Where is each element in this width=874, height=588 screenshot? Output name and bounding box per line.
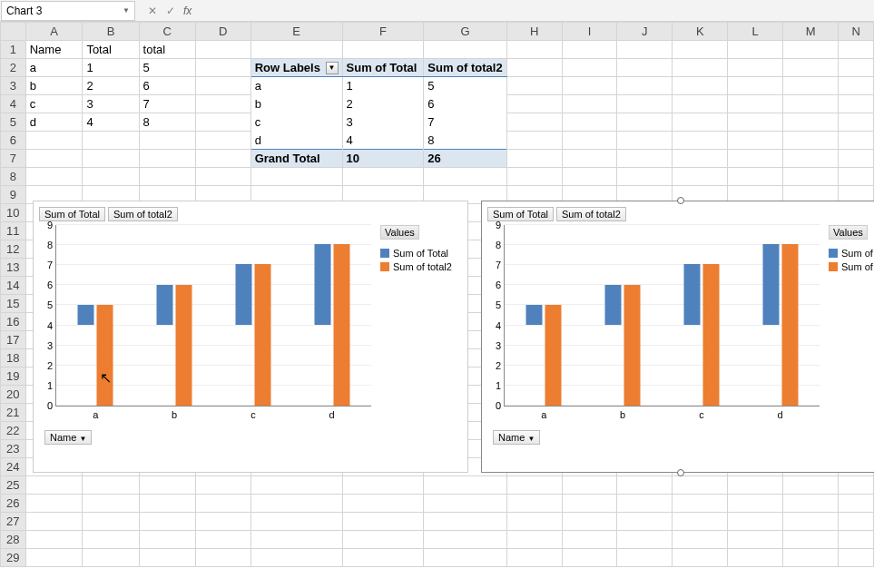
cell[interactable] (25, 168, 83, 186)
cell[interactable] (728, 476, 783, 495)
row-header-1[interactable]: 1 (1, 41, 26, 59)
cell[interactable] (195, 495, 250, 513)
cell[interactable] (728, 531, 783, 549)
cell[interactable] (673, 113, 728, 132)
cell[interactable] (617, 495, 673, 513)
column-header-D[interactable]: D (195, 23, 250, 41)
cell[interactable] (342, 495, 424, 513)
cell[interactable] (839, 495, 874, 513)
row-header-25[interactable]: 25 (1, 476, 26, 495)
cell[interactable] (195, 132, 250, 150)
cell[interactable]: Name (25, 41, 83, 59)
cell[interactable] (728, 95, 783, 113)
bar[interactable] (781, 244, 798, 406)
cell[interactable]: Row Labels ▼ (250, 59, 342, 77)
cell[interactable] (195, 513, 250, 531)
cell[interactable] (506, 549, 562, 567)
cell[interactable]: 3 (83, 95, 139, 113)
cell[interactable] (342, 476, 424, 495)
cell[interactable] (728, 150, 783, 168)
cell[interactable] (617, 132, 673, 150)
bar[interactable] (314, 244, 330, 325)
cell[interactable] (250, 549, 342, 567)
cell[interactable] (195, 150, 250, 168)
column-header-I[interactable]: I (562, 23, 617, 41)
cell[interactable]: 7 (424, 113, 506, 132)
cell[interactable] (195, 549, 250, 567)
cell[interactable] (673, 150, 728, 168)
cell[interactable] (728, 168, 783, 186)
cell[interactable] (673, 531, 728, 549)
cell[interactable] (783, 77, 839, 95)
cell[interactable]: b (250, 95, 342, 113)
column-header-E[interactable]: E (250, 23, 342, 41)
row-header-14[interactable]: 14 (1, 277, 26, 295)
cell[interactable]: 6 (139, 77, 195, 95)
fx-label[interactable]: fx (183, 5, 191, 17)
cell[interactable] (673, 476, 728, 495)
cell[interactable] (839, 150, 874, 168)
cell[interactable] (139, 513, 195, 531)
cell[interactable] (250, 495, 342, 513)
cell[interactable]: Grand Total (250, 150, 342, 168)
column-header-F[interactable]: F (342, 23, 424, 41)
cell[interactable] (250, 168, 342, 186)
cell[interactable] (195, 59, 250, 77)
cell[interactable] (342, 549, 424, 567)
column-header-B[interactable]: B (83, 23, 139, 41)
cell[interactable]: 1 (83, 59, 139, 77)
cell[interactable] (728, 549, 783, 567)
cell[interactable] (562, 513, 617, 531)
cell[interactable]: 7 (139, 95, 195, 113)
cell[interactable] (342, 41, 424, 59)
cell[interactable]: 2 (83, 77, 139, 95)
cell[interactable]: 4 (83, 113, 139, 132)
cell[interactable] (506, 476, 562, 495)
cell[interactable] (139, 168, 195, 186)
cell[interactable]: a (25, 59, 83, 77)
cell[interactable] (506, 77, 562, 95)
cell[interactable] (617, 531, 673, 549)
row-header-17[interactable]: 17 (1, 331, 26, 349)
column-header-J[interactable]: J (617, 23, 673, 41)
bar[interactable] (333, 244, 349, 406)
bar[interactable] (235, 264, 251, 325)
cell[interactable] (506, 113, 562, 132)
cell[interactable] (783, 132, 839, 150)
cell[interactable]: 5 (139, 59, 195, 77)
worksheet-grid[interactable]: ABCDEFGHIJKLMN1NameTotaltotal2a15Row Lab… (0, 22, 874, 567)
cell[interactable] (195, 168, 250, 186)
row-header-12[interactable]: 12 (1, 240, 26, 259)
cell[interactable] (728, 113, 783, 132)
cell[interactable] (424, 41, 506, 59)
cell[interactable] (25, 476, 83, 495)
pivot-chart-1[interactable]: Sum of Total Sum of total2 0123456789abc… (33, 201, 468, 473)
row-header-10[interactable]: 10 (1, 204, 26, 222)
cell[interactable] (728, 41, 783, 59)
cell[interactable] (25, 495, 83, 513)
cell[interactable] (83, 531, 139, 549)
cell[interactable] (25, 531, 83, 549)
cell[interactable] (424, 476, 506, 495)
cell[interactable] (673, 132, 728, 150)
column-header-N[interactable]: N (839, 23, 874, 41)
row-header-21[interactable]: 21 (1, 404, 26, 422)
cell[interactable]: 3 (342, 113, 424, 132)
cell[interactable] (506, 531, 562, 549)
cell[interactable] (617, 513, 673, 531)
cell[interactable] (617, 95, 673, 113)
cell[interactable] (673, 513, 728, 531)
cell[interactable] (728, 59, 783, 77)
row-header-13[interactable]: 13 (1, 259, 26, 277)
cell[interactable]: 8 (424, 132, 506, 150)
chart-plot-area[interactable]: 0123456789abcd (504, 225, 820, 407)
cell[interactable] (562, 132, 617, 150)
cell[interactable] (195, 41, 250, 59)
bar[interactable] (78, 305, 94, 325)
name-box[interactable]: Chart 3 ▼ (1, 1, 135, 21)
cell[interactable] (783, 513, 839, 531)
bar[interactable] (254, 264, 270, 406)
cell[interactable]: 6 (424, 95, 506, 113)
cell[interactable] (195, 77, 250, 95)
row-header-5[interactable]: 5 (1, 113, 26, 132)
